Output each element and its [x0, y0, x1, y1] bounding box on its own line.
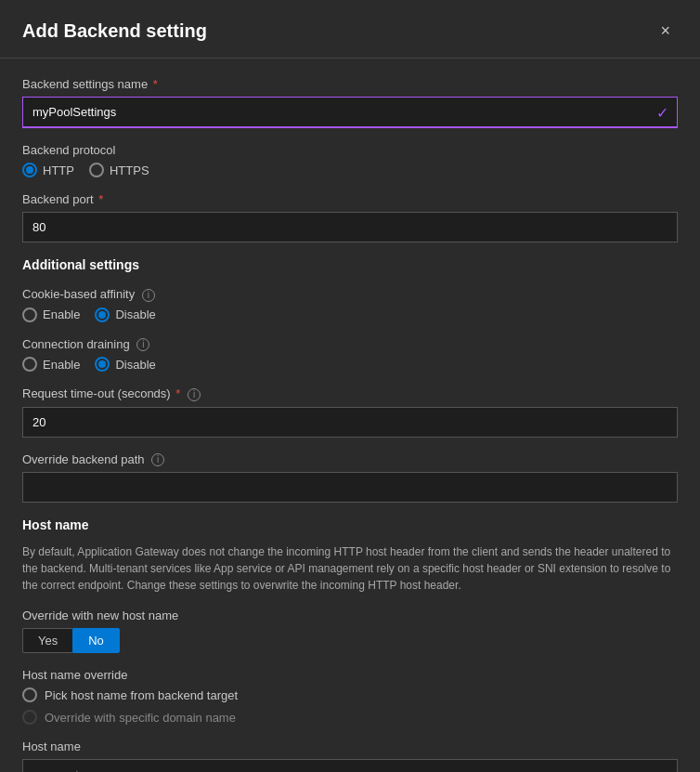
cookie-affinity-enable-radio[interactable] [22, 307, 37, 322]
connection-draining-group: Connection draining i Enable Disable [22, 337, 678, 373]
override-new-hostname-group: Override with new host name Yes No [22, 608, 678, 653]
request-timeout-input[interactable] [22, 407, 678, 438]
connection-draining-enable-radio[interactable] [22, 357, 37, 372]
request-timeout-info-icon[interactable]: i [188, 388, 201, 401]
hostname-pick-backend-label: Pick host name from backend target [45, 688, 238, 702]
connection-draining-disable-label: Disable [115, 358, 155, 372]
cookie-affinity-enable-label: Enable [43, 307, 80, 321]
override-backend-path-info-icon[interactable]: i [151, 453, 164, 466]
connection-draining-label: Connection draining i [22, 337, 678, 352]
host-name-heading: Host name [22, 517, 678, 532]
protocol-http-label: HTTP [43, 164, 74, 177]
hostname-override-group: Host name override Pick host name from b… [22, 668, 678, 725]
protocol-https-item[interactable]: HTTPS [89, 163, 149, 177]
connection-draining-radio-group: Enable Disable [22, 357, 678, 372]
hostname-pick-backend-item[interactable]: Pick host name from backend target [22, 687, 678, 702]
override-backend-path-group: Override backend path i [22, 452, 678, 504]
required-marker: * [153, 77, 158, 91]
backend-port-label: Backend port * [22, 192, 678, 206]
backend-protocol-label: Backend protocol [22, 143, 678, 157]
add-backend-setting-panel: Add Backend setting × Backend settings n… [0, 0, 700, 772]
request-timeout-required: * [175, 386, 180, 400]
override-hostname-yes-button[interactable]: Yes [22, 628, 72, 653]
cookie-affinity-label: Cookie-based affinity i [22, 287, 678, 302]
backend-settings-name-label: Backend settings name * [22, 77, 678, 91]
connection-draining-disable-item[interactable]: Disable [95, 357, 155, 372]
backend-settings-name-input[interactable] [22, 97, 678, 128]
connection-draining-enable-label: Enable [43, 358, 80, 372]
panel-body: Backend settings name * ✓ Backend protoc… [0, 59, 700, 772]
host-name-input-label: Host name [22, 739, 678, 753]
override-new-hostname-toggle: Yes No [22, 628, 678, 653]
override-new-hostname-label: Override with new host name [22, 608, 678, 622]
panel-header: Add Backend setting × [0, 0, 700, 59]
request-timeout-group: Request time-out (seconds) * i [22, 386, 678, 438]
backend-settings-name-input-wrapper: ✓ [22, 97, 678, 128]
hostname-pick-backend-radio[interactable] [22, 687, 37, 702]
additional-settings-section: Additional settings [22, 257, 678, 272]
panel-title: Add Backend setting [22, 20, 207, 42]
connection-draining-enable-item[interactable]: Enable [22, 357, 80, 372]
cookie-affinity-enable-item[interactable]: Enable [22, 307, 80, 322]
cookie-affinity-info-icon[interactable]: i [142, 289, 155, 302]
override-backend-path-input[interactable] [22, 472, 678, 503]
cookie-affinity-radio-group: Enable Disable [22, 307, 678, 322]
additional-settings-heading: Additional settings [22, 257, 678, 272]
hostname-specific-domain-label: Override with specific domain name [45, 711, 236, 725]
host-name-input[interactable] [22, 759, 678, 772]
backend-protocol-group: Backend protocol HTTP HTTPS [22, 143, 678, 177]
host-name-section: Host name By default, Application Gatewa… [22, 517, 678, 594]
host-name-input-group: Host name [22, 739, 678, 772]
cookie-affinity-disable-radio[interactable] [95, 307, 110, 322]
protocol-https-radio[interactable] [89, 163, 104, 177]
cookie-affinity-group: Cookie-based affinity i Enable Disable [22, 287, 678, 322]
backend-settings-name-group: Backend settings name * ✓ [22, 77, 678, 128]
input-checkmark-icon: ✓ [656, 104, 668, 122]
protocol-http-item[interactable]: HTTP [22, 163, 74, 177]
backend-protocol-radio-group: HTTP HTTPS [22, 163, 678, 177]
hostname-specific-domain-item[interactable]: Override with specific domain name [22, 710, 678, 725]
close-button[interactable]: × [653, 19, 678, 43]
hostname-specific-domain-radio[interactable] [22, 710, 37, 725]
cookie-affinity-disable-item[interactable]: Disable [95, 307, 155, 322]
backend-port-group: Backend port * [22, 192, 678, 242]
connection-draining-info-icon[interactable]: i [136, 338, 149, 351]
hostname-override-radio-stacked: Pick host name from backend target Overr… [22, 687, 678, 725]
host-name-description: By default, Application Gateway does not… [22, 543, 678, 594]
hostname-override-label: Host name override [22, 668, 678, 682]
cookie-affinity-disable-label: Disable [115, 307, 155, 321]
connection-draining-disable-radio[interactable] [95, 357, 110, 372]
override-backend-path-label: Override backend path i [22, 452, 678, 467]
backend-port-input[interactable] [22, 212, 678, 242]
request-timeout-label: Request time-out (seconds) * i [22, 386, 678, 401]
protocol-http-radio[interactable] [22, 163, 37, 177]
protocol-https-label: HTTPS [110, 164, 149, 177]
override-hostname-no-button[interactable]: No [72, 628, 120, 653]
backend-port-required: * [98, 192, 103, 206]
